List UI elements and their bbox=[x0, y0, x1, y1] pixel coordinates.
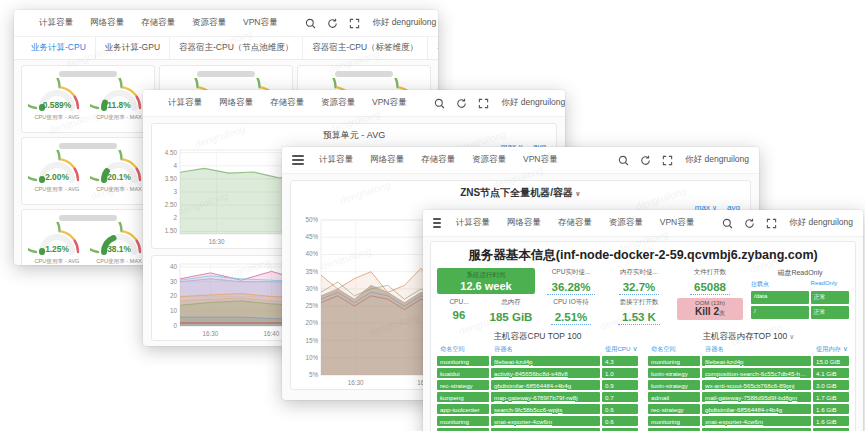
hamburger-menu-icon[interactable] bbox=[433, 218, 441, 228]
user-greeting[interactable]: 你好 dengruilong bbox=[685, 154, 749, 166]
window1-header: 计算容量网络容量存储容量资源容量VPN容量你好 dengruilong bbox=[14, 10, 438, 37]
subtab-4[interactable]: 容器宿主-GPU bbox=[428, 37, 438, 59]
refresh-icon[interactable] bbox=[744, 218, 755, 229]
server-info-title: 服务器基本信息(inf-node-docker-2-59.qcvmbj6.zyb… bbox=[431, 242, 855, 268]
col-header: 命名空间 bbox=[437, 345, 489, 354]
search-icon[interactable] bbox=[722, 218, 733, 229]
refresh-icon[interactable] bbox=[327, 18, 338, 29]
refresh-icon[interactable] bbox=[640, 155, 651, 166]
container-link[interactable]: filebeat-kzd4p bbox=[702, 356, 811, 366]
svg-text:0: 0 bbox=[173, 322, 177, 329]
container-link[interactable]: gbdtsimilar-6ff5644ff4-r4b4g bbox=[702, 404, 811, 414]
container-link[interactable]: mail-gateway-7588d95d9f-bd8gm bbox=[702, 392, 811, 402]
svg-text:2: 2 bbox=[173, 214, 177, 221]
svg-text:45%: 45% bbox=[305, 233, 318, 240]
table-row: luxin-strategycomposition-search-6c55c7d… bbox=[648, 368, 849, 378]
svg-text:20: 20 bbox=[170, 292, 178, 299]
server-stats: 系统运行时间 12.6 week CPU实时使... 36.28% 内存实时使.… bbox=[431, 268, 855, 325]
container-link[interactable]: xnat-exporter-4cw6m bbox=[491, 416, 600, 426]
container-link[interactable]: xnat-exporter-4cw6m bbox=[702, 416, 811, 426]
user-greeting[interactable]: 你好 dengruilong bbox=[372, 17, 436, 29]
container-link[interactable]: wx-anti-scout-565cb768c6-89pnj bbox=[702, 380, 811, 390]
nav-tab-1[interactable]: 网络容量 bbox=[370, 154, 404, 166]
gauge-arc: 11.8% bbox=[90, 78, 148, 112]
refresh-icon[interactable] bbox=[456, 98, 467, 109]
nav-tab-2[interactable]: 存储容量 bbox=[558, 217, 592, 229]
subtab-1[interactable]: 业务计算-GPU bbox=[96, 37, 170, 59]
nav-tab-2[interactable]: 存储容量 bbox=[270, 97, 304, 109]
table-row: monitoringfilebeat-kzd4p15.0 GiB bbox=[648, 356, 849, 366]
gauge-label: CPU使用率 - MAX bbox=[90, 114, 148, 122]
hamburger-menu-icon[interactable] bbox=[292, 155, 304, 165]
fullscreen-icon[interactable] bbox=[349, 18, 360, 29]
fullscreen-icon[interactable] bbox=[662, 155, 673, 166]
container-link[interactable]: map-gateway-6789f7b79f-rw8j bbox=[491, 392, 600, 402]
user-greeting[interactable]: 你好 dengruilong bbox=[501, 97, 565, 109]
ro-status-cell: 正常 bbox=[811, 291, 849, 304]
window3-header: 计算容量网络容量存储容量资源容量VPN容量你好 dengruilong bbox=[282, 147, 759, 174]
gauge-arc: 38.1% bbox=[90, 222, 148, 256]
container-link[interactable]: search-9fc58b5cc6-wpjts bbox=[491, 404, 600, 414]
nav-tab-0[interactable]: 计算容量 bbox=[168, 97, 202, 109]
nav-tab-1[interactable]: 网络容量 bbox=[507, 217, 541, 229]
gauge-max: 38.1%CPU使用率 - MAX bbox=[90, 222, 148, 265]
container-link[interactable]: activity-845656bc8d-s48v8 bbox=[491, 368, 600, 378]
gauge-label: CPU使用率 - MAX bbox=[90, 186, 148, 194]
gauge-label: CPU使用率 - MAX bbox=[90, 258, 148, 265]
subtab-2[interactable]: 容器宿主-CPU（节点池维度） bbox=[170, 37, 303, 59]
gauge-label: CPU使用率 - AVG bbox=[28, 258, 86, 265]
subtab-0[interactable]: 业务计算-CPU bbox=[22, 37, 96, 59]
nav-tab-4[interactable]: VPN容量 bbox=[372, 97, 406, 109]
gauge-max: 11.8%CPU使用率 - MAX bbox=[90, 78, 148, 122]
svg-text:2.50: 2.50 bbox=[165, 201, 178, 208]
nav-tab-2[interactable]: 存储容量 bbox=[421, 154, 455, 166]
nav-tab-0[interactable]: 计算容量 bbox=[319, 154, 353, 166]
namespace-cell: kunpeng bbox=[437, 392, 489, 402]
ro-mount-cell: / bbox=[751, 306, 809, 319]
window4-header: 计算容量网络容量存储容量资源容量VPN容量你好 dengruilong bbox=[423, 210, 863, 237]
svg-text:11.8%: 11.8% bbox=[107, 100, 131, 110]
nav-tab-0[interactable]: 计算容量 bbox=[39, 17, 73, 29]
nav-tab-3[interactable]: 资源容量 bbox=[192, 17, 226, 29]
table-title: 主机容器CPU TOP 100 bbox=[437, 331, 638, 343]
svg-text:25%: 25% bbox=[305, 302, 318, 309]
fullscreen-icon[interactable] bbox=[766, 218, 777, 229]
search-icon[interactable] bbox=[618, 155, 629, 166]
namespace-cell: monitoring bbox=[437, 416, 489, 426]
svg-text:0.589%: 0.589% bbox=[43, 100, 72, 110]
user-greeting[interactable]: 你好 dengruilong bbox=[789, 217, 853, 229]
nav-tab-4[interactable]: VPN容量 bbox=[523, 154, 557, 166]
subtab-bar: 业务计算-CPU业务计算-GPU容器宿主-CPU（节点池维度）容器宿主-CPU（… bbox=[14, 37, 438, 60]
subtab-3[interactable]: 容器宿主-CPU（标签维度） bbox=[303, 37, 428, 59]
nav-tab-2[interactable]: 存储容量 bbox=[141, 17, 175, 29]
ro-col-header[interactable]: 挂载点 bbox=[751, 280, 809, 289]
col-header[interactable]: 使用内存∨ bbox=[813, 345, 849, 354]
card-title-redacted bbox=[335, 71, 392, 77]
card-title-redacted bbox=[59, 215, 116, 221]
nav-tab-1[interactable]: 网络容量 bbox=[219, 97, 253, 109]
nav-tab-1[interactable]: 网络容量 bbox=[90, 17, 124, 29]
search-icon[interactable] bbox=[305, 18, 316, 29]
chart-title[interactable]: ZNS节点下全量机器/容器∨ bbox=[291, 181, 750, 200]
svg-text:5%: 5% bbox=[309, 371, 319, 378]
fullscreen-icon[interactable] bbox=[478, 98, 489, 109]
nav-tab-4[interactable]: VPN容量 bbox=[243, 17, 277, 29]
search-icon[interactable] bbox=[434, 98, 445, 109]
nav-tab-3[interactable]: 资源容量 bbox=[472, 154, 506, 166]
svg-text:50%: 50% bbox=[305, 216, 318, 223]
col-header: 容器名 bbox=[491, 345, 600, 354]
table-title[interactable]: 主机容器内存TOP 100∨ bbox=[648, 331, 849, 343]
svg-text:4: 4 bbox=[173, 162, 177, 169]
nav-tab-3[interactable]: 资源容量 bbox=[609, 217, 643, 229]
container-link[interactable]: filebeat-kzd4p bbox=[491, 356, 600, 366]
mem-top-table: 主机容器内存TOP 100∨ 命名空间容器名使用内存∨ monitoringfi… bbox=[648, 328, 849, 431]
container-link[interactable]: gbdtsimilar-6ff5644ff4-r4b4g bbox=[491, 380, 600, 390]
window2-header: 计算容量网络容量存储容量资源容量VPN容量你好 dengruilong bbox=[143, 90, 565, 117]
ro-col-header[interactable]: ReadOnly bbox=[811, 280, 849, 289]
nav-tab-3[interactable]: 资源容量 bbox=[321, 97, 355, 109]
nav-tab-4[interactable]: VPN容量 bbox=[660, 217, 694, 229]
container-link[interactable]: composition-search-6c55c7db45-hvf79 bbox=[702, 368, 811, 378]
col-header[interactable]: 使用CPU∨ bbox=[602, 345, 638, 354]
nav-tab-0[interactable]: 计算容量 bbox=[456, 217, 490, 229]
chevron-down-icon: ∨ bbox=[632, 345, 637, 352]
